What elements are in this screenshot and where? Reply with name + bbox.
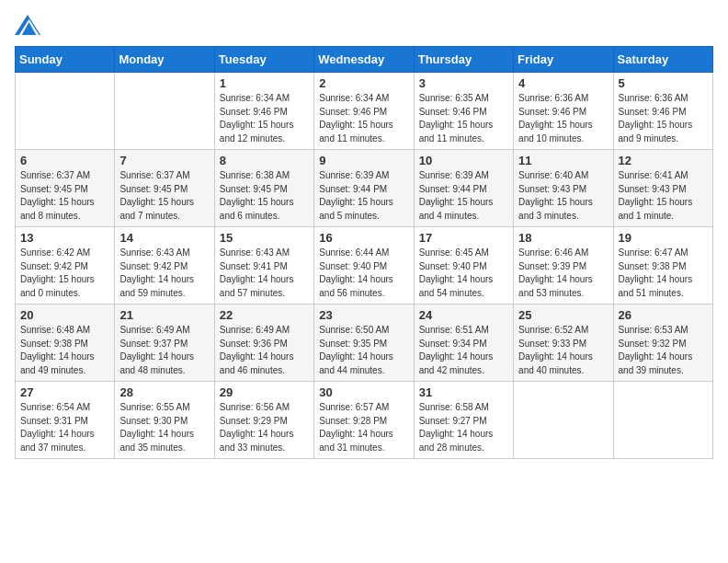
weekday-header-friday: Friday bbox=[514, 47, 613, 73]
calendar-cell: 15Sunrise: 6:43 AM Sunset: 9:41 PM Dayli… bbox=[214, 227, 313, 304]
day-info: Sunrise: 6:35 AM Sunset: 9:46 PM Dayligh… bbox=[419, 92, 508, 145]
calendar-cell: 26Sunrise: 6:53 AM Sunset: 9:32 PM Dayli… bbox=[613, 304, 712, 382]
day-number: 18 bbox=[518, 231, 608, 245]
day-number: 3 bbox=[419, 76, 508, 90]
day-info: Sunrise: 6:40 AM Sunset: 9:43 PM Dayligh… bbox=[518, 169, 608, 223]
day-info: Sunrise: 6:58 AM Sunset: 9:27 PM Dayligh… bbox=[419, 401, 508, 454]
day-number: 19 bbox=[619, 231, 708, 245]
day-number: 22 bbox=[220, 308, 309, 322]
day-number: 1 bbox=[220, 76, 309, 90]
calendar-cell: 19Sunrise: 6:47 AM Sunset: 9:38 PM Dayli… bbox=[613, 227, 712, 304]
calendar-cell: 31Sunrise: 6:58 AM Sunset: 9:27 PM Dayli… bbox=[414, 382, 513, 459]
day-info: Sunrise: 6:37 AM Sunset: 9:45 PM Dayligh… bbox=[20, 169, 109, 223]
weekday-header-saturday: Saturday bbox=[613, 47, 712, 73]
day-number: 9 bbox=[319, 154, 408, 167]
calendar-cell: 3Sunrise: 6:35 AM Sunset: 9:46 PM Daylig… bbox=[414, 73, 513, 150]
calendar-cell: 1Sunrise: 6:34 AM Sunset: 9:46 PM Daylig… bbox=[214, 73, 313, 150]
day-info: Sunrise: 6:34 AM Sunset: 9:46 PM Dayligh… bbox=[220, 92, 309, 145]
calendar-cell: 16Sunrise: 6:44 AM Sunset: 9:40 PM Dayli… bbox=[314, 227, 414, 304]
day-info: Sunrise: 6:57 AM Sunset: 9:28 PM Dayligh… bbox=[319, 401, 408, 454]
calendar-cell: 10Sunrise: 6:39 AM Sunset: 9:44 PM Dayli… bbox=[414, 150, 513, 227]
day-info: Sunrise: 6:49 AM Sunset: 9:36 PM Dayligh… bbox=[220, 324, 309, 377]
day-number: 13 bbox=[20, 231, 109, 245]
day-number: 21 bbox=[119, 308, 209, 322]
day-number: 8 bbox=[220, 154, 309, 167]
calendar-cell bbox=[115, 73, 214, 150]
calendar-cell: 20Sunrise: 6:48 AM Sunset: 9:38 PM Dayli… bbox=[16, 304, 115, 382]
day-number: 6 bbox=[20, 154, 109, 167]
day-info: Sunrise: 6:53 AM Sunset: 9:32 PM Dayligh… bbox=[619, 324, 708, 377]
calendar-cell: 25Sunrise: 6:52 AM Sunset: 9:33 PM Dayli… bbox=[514, 304, 613, 382]
day-number: 7 bbox=[119, 154, 209, 167]
page-header bbox=[15, 15, 713, 35]
day-info: Sunrise: 6:45 AM Sunset: 9:40 PM Dayligh… bbox=[419, 247, 508, 300]
day-number: 20 bbox=[20, 308, 109, 322]
day-number: 15 bbox=[220, 231, 309, 245]
day-number: 17 bbox=[419, 231, 508, 245]
calendar-cell: 6Sunrise: 6:37 AM Sunset: 9:45 PM Daylig… bbox=[16, 150, 115, 227]
day-number: 5 bbox=[619, 76, 708, 90]
day-info: Sunrise: 6:43 AM Sunset: 9:42 PM Dayligh… bbox=[119, 247, 209, 300]
day-info: Sunrise: 6:44 AM Sunset: 9:40 PM Dayligh… bbox=[319, 247, 408, 300]
day-number: 30 bbox=[319, 385, 408, 399]
weekday-header-sunday: Sunday bbox=[16, 47, 115, 73]
calendar-cell: 30Sunrise: 6:57 AM Sunset: 9:28 PM Dayli… bbox=[314, 382, 414, 459]
weekday-header-wednesday: Wednesday bbox=[314, 47, 414, 73]
day-info: Sunrise: 6:54 AM Sunset: 9:31 PM Dayligh… bbox=[20, 401, 109, 454]
calendar-cell: 2Sunrise: 6:34 AM Sunset: 9:46 PM Daylig… bbox=[314, 73, 414, 150]
logo bbox=[15, 15, 44, 35]
day-info: Sunrise: 6:48 AM Sunset: 9:38 PM Dayligh… bbox=[20, 324, 109, 377]
calendar-cell: 18Sunrise: 6:46 AM Sunset: 9:39 PM Dayli… bbox=[514, 227, 613, 304]
day-info: Sunrise: 6:42 AM Sunset: 9:42 PM Dayligh… bbox=[20, 247, 109, 300]
calendar-table: SundayMondayTuesdayWednesdayThursdayFrid… bbox=[15, 46, 713, 459]
calendar-cell: 9Sunrise: 6:39 AM Sunset: 9:44 PM Daylig… bbox=[314, 150, 414, 227]
day-info: Sunrise: 6:50 AM Sunset: 9:35 PM Dayligh… bbox=[319, 324, 408, 377]
weekday-header-thursday: Thursday bbox=[414, 47, 513, 73]
calendar-week-row: 1Sunrise: 6:34 AM Sunset: 9:46 PM Daylig… bbox=[16, 73, 713, 150]
weekday-header-tuesday: Tuesday bbox=[214, 47, 313, 73]
day-number: 28 bbox=[119, 385, 209, 399]
calendar-cell bbox=[613, 382, 712, 459]
day-info: Sunrise: 6:56 AM Sunset: 9:29 PM Dayligh… bbox=[220, 401, 309, 454]
day-number: 4 bbox=[518, 76, 608, 90]
day-info: Sunrise: 6:37 AM Sunset: 9:45 PM Dayligh… bbox=[119, 169, 209, 223]
day-info: Sunrise: 6:38 AM Sunset: 9:45 PM Dayligh… bbox=[220, 169, 309, 223]
calendar-cell: 8Sunrise: 6:38 AM Sunset: 9:45 PM Daylig… bbox=[214, 150, 313, 227]
day-number: 11 bbox=[518, 154, 608, 167]
calendar-cell: 13Sunrise: 6:42 AM Sunset: 9:42 PM Dayli… bbox=[16, 227, 115, 304]
calendar-cell: 4Sunrise: 6:36 AM Sunset: 9:46 PM Daylig… bbox=[514, 73, 613, 150]
calendar-week-row: 13Sunrise: 6:42 AM Sunset: 9:42 PM Dayli… bbox=[16, 227, 713, 304]
logo-icon bbox=[15, 15, 40, 35]
day-info: Sunrise: 6:51 AM Sunset: 9:34 PM Dayligh… bbox=[419, 324, 508, 377]
weekday-header-row: SundayMondayTuesdayWednesdayThursdayFrid… bbox=[16, 47, 713, 73]
day-info: Sunrise: 6:47 AM Sunset: 9:38 PM Dayligh… bbox=[619, 247, 708, 300]
day-number: 14 bbox=[119, 231, 209, 245]
day-info: Sunrise: 6:36 AM Sunset: 9:46 PM Dayligh… bbox=[619, 92, 708, 145]
calendar-cell: 22Sunrise: 6:49 AM Sunset: 9:36 PM Dayli… bbox=[214, 304, 313, 382]
day-number: 2 bbox=[319, 76, 408, 90]
calendar-cell: 12Sunrise: 6:41 AM Sunset: 9:43 PM Dayli… bbox=[613, 150, 712, 227]
day-number: 24 bbox=[419, 308, 508, 322]
day-number: 26 bbox=[619, 308, 708, 322]
weekday-header-monday: Monday bbox=[115, 47, 214, 73]
calendar-cell bbox=[514, 382, 613, 459]
day-number: 31 bbox=[419, 385, 508, 399]
day-info: Sunrise: 6:39 AM Sunset: 9:44 PM Dayligh… bbox=[319, 169, 408, 223]
calendar-week-row: 27Sunrise: 6:54 AM Sunset: 9:31 PM Dayli… bbox=[16, 382, 713, 459]
calendar-cell: 29Sunrise: 6:56 AM Sunset: 9:29 PM Dayli… bbox=[214, 382, 313, 459]
day-info: Sunrise: 6:55 AM Sunset: 9:30 PM Dayligh… bbox=[119, 401, 209, 454]
day-number: 27 bbox=[20, 385, 109, 399]
day-number: 29 bbox=[220, 385, 309, 399]
day-info: Sunrise: 6:52 AM Sunset: 9:33 PM Dayligh… bbox=[518, 324, 608, 377]
day-number: 25 bbox=[518, 308, 608, 322]
day-number: 23 bbox=[319, 308, 408, 322]
calendar-week-row: 6Sunrise: 6:37 AM Sunset: 9:45 PM Daylig… bbox=[16, 150, 713, 227]
calendar-cell: 5Sunrise: 6:36 AM Sunset: 9:46 PM Daylig… bbox=[613, 73, 712, 150]
calendar-cell: 11Sunrise: 6:40 AM Sunset: 9:43 PM Dayli… bbox=[514, 150, 613, 227]
day-info: Sunrise: 6:36 AM Sunset: 9:46 PM Dayligh… bbox=[518, 92, 608, 145]
day-info: Sunrise: 6:46 AM Sunset: 9:39 PM Dayligh… bbox=[518, 247, 608, 300]
calendar-cell: 7Sunrise: 6:37 AM Sunset: 9:45 PM Daylig… bbox=[115, 150, 214, 227]
calendar-cell bbox=[16, 73, 115, 150]
calendar-cell: 23Sunrise: 6:50 AM Sunset: 9:35 PM Dayli… bbox=[314, 304, 414, 382]
calendar-cell: 24Sunrise: 6:51 AM Sunset: 9:34 PM Dayli… bbox=[414, 304, 513, 382]
